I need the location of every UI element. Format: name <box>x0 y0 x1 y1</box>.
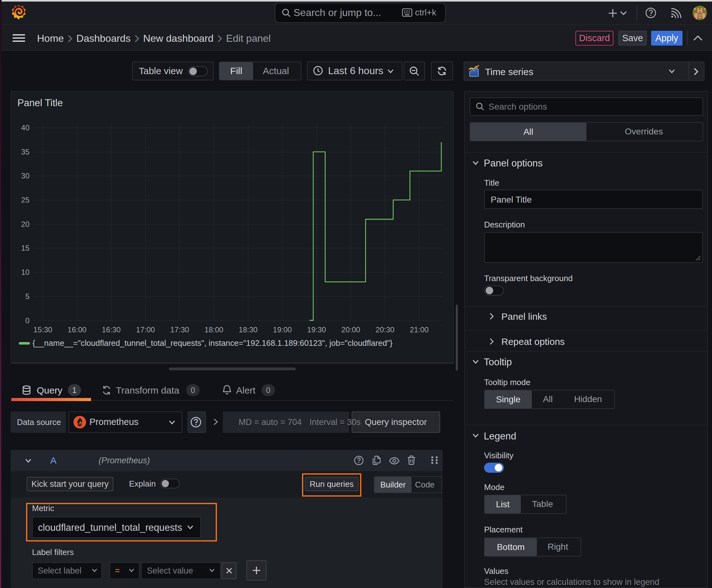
svg-text:0: 0 <box>25 316 29 325</box>
svg-text:20: 20 <box>21 220 29 228</box>
svg-text:10: 10 <box>21 268 29 276</box>
svg-text:17:30: 17:30 <box>170 326 189 334</box>
svg-text:35: 35 <box>21 148 29 156</box>
svg-text:18:00: 18:00 <box>204 326 223 334</box>
svg-text:15:30: 15:30 <box>33 326 52 334</box>
svg-text:15: 15 <box>21 244 29 252</box>
svg-text:19:00: 19:00 <box>273 326 292 334</box>
svg-text:25: 25 <box>21 196 29 204</box>
svg-text:18:30: 18:30 <box>239 326 257 334</box>
svg-text:17:00: 17:00 <box>136 326 155 334</box>
svg-text:30: 30 <box>21 171 29 180</box>
svg-text:40: 40 <box>21 123 29 132</box>
svg-text:5: 5 <box>25 292 29 300</box>
svg-text:20:00: 20:00 <box>341 326 360 334</box>
svg-text:19:30: 19:30 <box>307 326 326 334</box>
svg-text:21:00: 21:00 <box>410 326 429 334</box>
svg-text:{__name__="cloudflared_tunnel_: {__name__="cloudflared_tunnel_total_requ… <box>33 339 393 348</box>
svg-text:16:30: 16:30 <box>102 326 121 334</box>
svg-text:16:00: 16:00 <box>67 326 86 334</box>
svg-text:20:30: 20:30 <box>375 326 394 334</box>
